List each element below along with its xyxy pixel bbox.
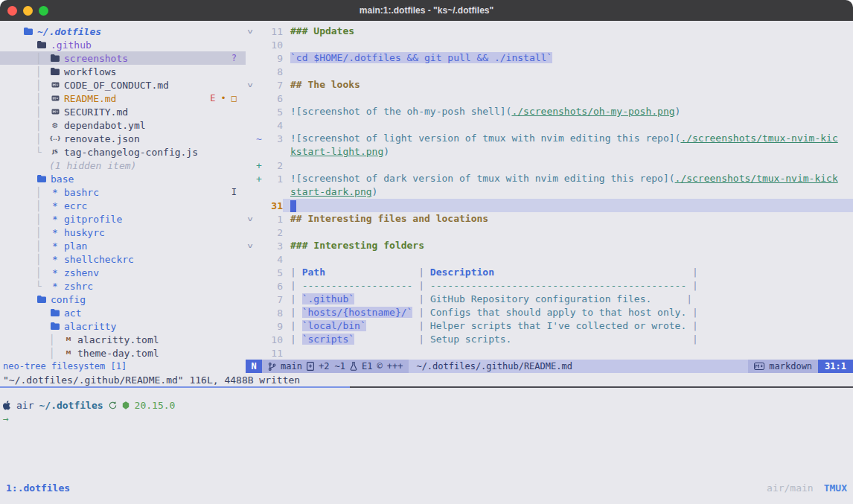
line-text: | `hosts/{hostname}/` | Configs that sho… <box>283 306 853 319</box>
text-segment: | <box>686 307 698 318</box>
editor-line[interactable]: 6 <box>246 92 853 105</box>
file-path: ~/.dotfiles/.github/README.md <box>409 360 748 373</box>
text-segment: | <box>686 334 698 345</box>
tree-guide: │ <box>36 240 49 252</box>
editor-line[interactable]: ~3![screenshot of light version of tmux … <box>246 132 853 145</box>
editor-line[interactable]: 9`cd $HOME/.dotfiles && git pull && ./in… <box>246 51 853 65</box>
editor-line[interactable]: 4 <box>246 252 853 266</box>
text-segment <box>651 293 680 304</box>
editor-line[interactable]: 5![screenshot of the oh-my-posh shell](.… <box>246 105 853 118</box>
editor-line[interactable]: +1![screenshot of dark version of tmux w… <box>246 172 853 185</box>
editor-line[interactable]: start-dark.png) <box>246 185 853 199</box>
tree-item[interactable]: │*huskyrc <box>0 226 246 239</box>
node-version: 20.15.0 <box>135 400 176 411</box>
git-sign: + <box>255 160 263 171</box>
line-text: | `.github` | GitHub Repository configur… <box>283 293 853 306</box>
tree-item[interactable]: base <box>0 172 246 185</box>
js-icon: JS <box>49 149 61 155</box>
line-text: ### Updates <box>283 25 853 38</box>
tree-item-label: config <box>51 294 86 305</box>
tree-item-label: huskyrc <box>64 227 105 238</box>
editor-line[interactable]: 2 <box>246 226 853 239</box>
text-segment: `scripts` <box>302 334 354 345</box>
tmux-session-name: air/main <box>767 482 814 494</box>
tree-item[interactable]: │*shellcheckrc <box>0 252 246 266</box>
editor-line[interactable]: v3### Interesting folders <box>246 239 853 252</box>
tree-item[interactable]: │README.mdE•□ <box>0 92 246 105</box>
tree-item-label: dependabot.yml <box>64 120 146 131</box>
fold-marker-icon[interactable]: v <box>246 81 256 89</box>
editor-line[interactable]: kstart-light.png) <box>246 145 853 159</box>
tree-item-label: gitprofile <box>64 214 122 225</box>
fold-marker-icon[interactable]: v <box>246 215 256 223</box>
tree-guide: │ <box>36 120 49 131</box>
changes-indicator: +++ <box>387 361 403 371</box>
fold-marker-icon[interactable]: v <box>246 242 256 249</box>
editor-line[interactable]: +2 <box>246 159 853 172</box>
window-title: main:1:.dotfiles - "ks~/.dotfiles" <box>0 5 853 16</box>
editor-line[interactable]: 31 <box>246 199 853 212</box>
terminal-content: ~/.dotfiles.github│screenshots?│workflow… <box>0 21 853 504</box>
editor-line[interactable]: 5| Path | Description | <box>246 266 853 279</box>
tree-item[interactable]: │*plan <box>0 239 246 252</box>
text-segment: `local/bin` <box>302 320 366 331</box>
tree-item[interactable]: (1 hidden item) <box>0 159 246 172</box>
line-text <box>283 92 853 105</box>
tree-item[interactable]: │screenshots? <box>0 51 246 65</box>
gear-icon: ⚙ <box>49 121 61 130</box>
node-icon <box>122 401 130 409</box>
tree-item[interactable]: ~/.dotfiles <box>0 25 246 38</box>
tree-item[interactable]: │*gitprofile <box>0 212 246 226</box>
editor-line[interactable]: 8 <box>246 65 853 78</box>
tree-item[interactable]: alacritty <box>0 319 246 333</box>
tree-item[interactable]: │Malacritty.toml <box>0 333 246 346</box>
tree-item[interactable]: └JStag-changelog-config.js <box>0 145 246 159</box>
editor-line[interactable]: v1## Interesting files and locations <box>246 212 853 226</box>
editor-line[interactable]: 7| `.github` | GitHub Repository configu… <box>246 293 853 306</box>
fold-marker-icon[interactable]: v <box>246 28 256 35</box>
text-segment: ) <box>372 186 378 197</box>
line-text: | `scripts` | Setup scripts. | <box>283 333 853 346</box>
neotree-statusline: neo-tree filesystem [1] <box>0 360 246 373</box>
editor-line[interactable]: 8| `hosts/{hostname}/` | Configs that sh… <box>246 306 853 319</box>
status-badge: ? <box>231 53 237 63</box>
tmux-window-tab[interactable]: 1:.dotfiles <box>6 482 70 494</box>
file-tree: ~/.dotfiles.github│screenshots?│workflow… <box>0 21 246 360</box>
editor-line[interactable]: 10| `scripts` | Setup scripts. | <box>246 333 853 346</box>
tree-item[interactable]: │*zshenv <box>0 266 246 279</box>
tree-item[interactable]: │⚙dependabot.yml <box>0 118 246 132</box>
star-icon: * <box>49 254 61 265</box>
shell-pane[interactable]: air ~/.dotfiles 20.15.0 → <box>0 388 853 481</box>
tree-item-label: README.md <box>64 93 116 104</box>
editor-line[interactable]: 9| `local/bin` | Helper scripts that I'v… <box>246 319 853 333</box>
tree-item[interactable]: │workflows <box>0 65 246 78</box>
editor-line[interactable]: 4 <box>246 118 853 132</box>
tree-item[interactable]: │Mtheme-day.toml <box>0 346 246 360</box>
text-segment: ![screenshot of the oh-my-posh shell]( <box>290 106 511 117</box>
editor-line[interactable]: 6| ------------------- | ---------------… <box>246 279 853 293</box>
editor-line[interactable]: v7## The looks <box>246 78 853 92</box>
tree-item[interactable]: config <box>0 293 246 306</box>
editor-line[interactable]: 10 <box>246 38 853 51</box>
tree-item-badges: E•□ <box>210 93 246 103</box>
tree-item[interactable]: │*ecrc <box>0 199 246 212</box>
refresh-icon <box>109 401 117 409</box>
tree-guide: │ <box>36 267 49 278</box>
tree-item[interactable]: .github <box>0 38 246 51</box>
tree-item[interactable]: act <box>0 306 246 319</box>
tree-item[interactable]: │SECURITY.md <box>0 105 246 118</box>
status-badge: E <box>210 93 215 103</box>
tree-item-label: renovate.json <box>64 133 140 144</box>
editor-line[interactable]: v11### Updates <box>246 25 853 38</box>
text-segment: Path <box>302 267 325 278</box>
tree-item[interactable]: │{..}renovate.json <box>0 132 246 145</box>
text-segment: ./screenshots/tmux-nvim-kick <box>675 173 838 184</box>
tree-guide: │ <box>49 334 63 345</box>
tree-item[interactable]: └*zshrc <box>0 279 246 293</box>
editor-line[interactable]: 11 <box>246 346 853 360</box>
tree-item[interactable]: │*bashrcI <box>0 185 246 199</box>
line-number: 1 <box>263 173 283 185</box>
tree-item-label: ecrc <box>64 200 87 211</box>
tree-item[interactable]: │CODE_OF_CONDUCT.md <box>0 78 246 92</box>
cursor-position: 31:1 <box>818 360 853 373</box>
